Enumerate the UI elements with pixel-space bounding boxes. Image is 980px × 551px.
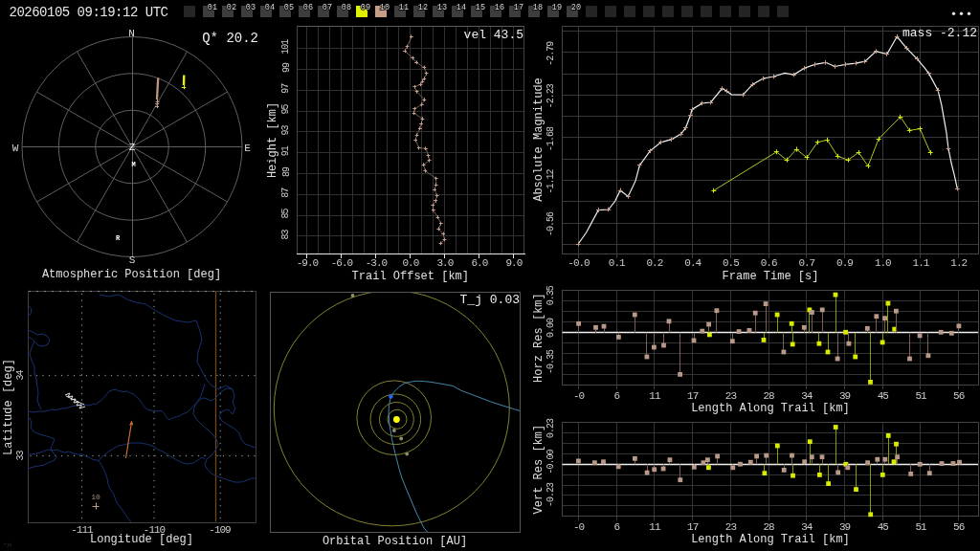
svg-text:11: 11 — [399, 3, 409, 12]
svg-text:99: 99 — [281, 62, 292, 73]
svg-text:20: 20 — [571, 3, 581, 12]
svg-text:0.35: 0.35 — [546, 285, 556, 305]
svg-text:-109: -109 — [209, 524, 231, 536]
svg-text:0.7: 0.7 — [798, 257, 814, 269]
svg-text:06: 06 — [303, 3, 313, 12]
svg-text:-0: -0 — [573, 521, 585, 533]
svg-text:6: 6 — [613, 521, 619, 533]
svg-text:51: 51 — [915, 390, 927, 402]
svg-text:0.00: 0.00 — [546, 318, 556, 338]
svg-text:18: 18 — [533, 3, 543, 12]
svg-text:13: 13 — [437, 3, 447, 12]
svg-text:-9.0: -9.0 — [297, 257, 319, 269]
svg-text:Latitude [deg]: Latitude [deg] — [2, 359, 15, 455]
svg-text:mass -2.12: mass -2.12 — [902, 26, 977, 40]
svg-text:9.0: 9.0 — [505, 257, 522, 269]
svg-text:-6.0: -6.0 — [331, 257, 353, 269]
svg-text:-1.12: -1.12 — [546, 169, 556, 194]
svg-text:09: 09 — [361, 3, 370, 12]
svg-text:Z: Z — [129, 142, 136, 153]
svg-text:-0: -0 — [573, 390, 585, 402]
svg-text:23: 23 — [725, 521, 737, 533]
svg-text:03: 03 — [246, 3, 256, 12]
svg-text:M: M — [131, 161, 135, 168]
svg-text:0.1: 0.1 — [609, 257, 626, 269]
svg-text:-0.0: -0.0 — [568, 257, 590, 269]
svg-text:04: 04 — [265, 3, 275, 12]
svg-text:34: 34 — [801, 521, 813, 533]
svg-text:95: 95 — [281, 104, 292, 115]
svg-text:-2.23: -2.23 — [546, 83, 556, 108]
svg-text:Longitude [deg]: Longitude [deg] — [90, 533, 193, 546]
svg-text:0.23: 0.23 — [546, 418, 556, 438]
svg-text:-0.35: -0.35 — [546, 349, 556, 374]
svg-text:-0.00: -0.00 — [546, 450, 556, 474]
svg-text:19: 19 — [552, 3, 562, 12]
svg-text:08: 08 — [342, 3, 351, 12]
svg-text:16: 16 — [495, 3, 504, 12]
svg-text:0.9: 0.9 — [836, 257, 853, 269]
svg-text:Length Along Trail [km]: Length Along Trail [km] — [691, 402, 850, 415]
svg-text:17: 17 — [687, 390, 699, 402]
svg-text:rjw: rjw — [4, 542, 11, 547]
svg-text:45: 45 — [878, 521, 889, 533]
svg-text:87: 87 — [281, 187, 292, 198]
svg-text:83: 83 — [281, 229, 292, 239]
svg-text:85: 85 — [281, 209, 292, 219]
svg-text:Length Along Trail [km]: Length Along Trail [km] — [691, 533, 850, 546]
svg-text:W: W — [12, 143, 19, 154]
svg-text:0.6: 0.6 — [761, 257, 777, 269]
svg-text:34: 34 — [15, 370, 26, 381]
svg-text:-0.56: -0.56 — [546, 211, 556, 236]
svg-text:15: 15 — [476, 3, 485, 12]
svg-text:39: 39 — [839, 521, 851, 533]
svg-text:12: 12 — [418, 3, 428, 12]
svg-text:-3.0: -3.0 — [366, 257, 388, 269]
svg-text:91: 91 — [281, 145, 292, 156]
svg-text:17: 17 — [514, 3, 523, 12]
svg-text:56: 56 — [953, 521, 965, 533]
svg-text:93: 93 — [281, 124, 292, 135]
svg-text:Atmospheric Position [deg]: Atmospheric Position [deg] — [42, 268, 221, 281]
svg-text:Orbital Position [AU]: Orbital Position [AU] — [323, 535, 467, 548]
svg-text:6.0: 6.0 — [471, 257, 487, 269]
svg-text:39: 39 — [839, 390, 851, 402]
svg-text:07: 07 — [323, 3, 332, 12]
svg-text:97: 97 — [281, 83, 292, 94]
svg-text:02: 02 — [227, 3, 236, 12]
svg-text:-0.23: -0.23 — [546, 482, 556, 507]
svg-text:34: 34 — [801, 390, 813, 402]
svg-text:3.0: 3.0 — [436, 257, 453, 269]
svg-text:N: N — [128, 28, 135, 39]
svg-text:28: 28 — [763, 390, 774, 402]
svg-text:10: 10 — [380, 3, 390, 12]
svg-text:E: E — [244, 143, 251, 154]
svg-text:-1.68: -1.68 — [546, 126, 556, 151]
svg-text:0.4: 0.4 — [684, 257, 702, 269]
svg-text:28: 28 — [763, 521, 774, 533]
svg-text:0.2: 0.2 — [646, 257, 662, 269]
svg-text:20260105 09:19:12 UTC: 20260105 09:19:12 UTC — [10, 5, 168, 20]
svg-text:33: 33 — [15, 451, 26, 461]
svg-text:51: 51 — [915, 521, 927, 533]
svg-text:S: S — [129, 254, 136, 266]
svg-text:01: 01 — [208, 3, 217, 12]
svg-text:11: 11 — [649, 521, 661, 533]
svg-text:1.0: 1.0 — [875, 257, 891, 269]
svg-text:05: 05 — [284, 3, 294, 12]
svg-text:23: 23 — [725, 390, 737, 402]
svg-text:1.2: 1.2 — [950, 257, 967, 269]
svg-text:Trail Offset [km]: Trail Offset [km] — [352, 270, 469, 283]
svg-text:0.0: 0.0 — [402, 257, 418, 269]
svg-text:Vert Res [km]: Vert Res [km] — [532, 425, 546, 515]
svg-text:1.1: 1.1 — [913, 257, 930, 269]
svg-text:45: 45 — [878, 390, 889, 402]
svg-text:Q* 20.2: Q* 20.2 — [202, 31, 258, 46]
svg-text:89: 89 — [281, 166, 292, 177]
svg-text:Height [km]: Height [km] — [266, 102, 279, 178]
svg-text:vel 43.5: vel 43.5 — [464, 28, 523, 42]
svg-text:Horz Res [km]: Horz Res [km] — [532, 293, 546, 383]
svg-text:14: 14 — [457, 3, 466, 12]
svg-text:101: 101 — [281, 39, 292, 55]
svg-text:0.5: 0.5 — [723, 257, 739, 269]
